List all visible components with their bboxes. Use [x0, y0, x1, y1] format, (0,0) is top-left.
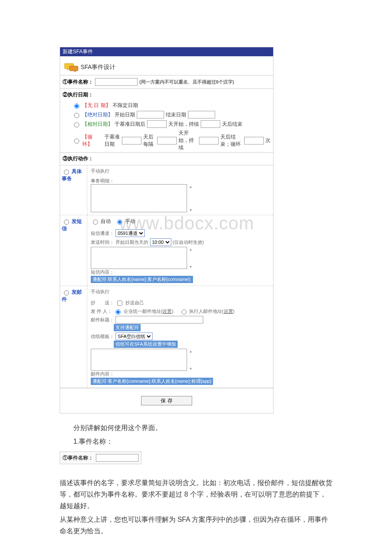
date-rel-t1: 于基准日期后 [115, 121, 145, 128]
sms-channel-select[interactable]: 0591通道 [115, 229, 145, 237]
date-loop-t5: 次 [265, 137, 271, 144]
date-rel-radio[interactable] [74, 122, 79, 127]
event-name-hint: (同一方案内不可以重名、且不得超过8个汉字) [139, 79, 234, 85]
mail-sender-corp-radio[interactable] [115, 309, 121, 315]
design-title: SFA事件设计 [81, 64, 115, 71]
mail-manual: 手动执行 [91, 289, 270, 295]
date-loop-t2: 天后每隔 [143, 133, 156, 148]
date-none-radio[interactable] [74, 104, 79, 109]
date-abs-end-input[interactable] [188, 111, 215, 119]
date-loop-tag: 【循 环】 [82, 133, 103, 148]
sms-manual-radio[interactable] [117, 220, 122, 225]
date-abs-radio[interactable] [74, 113, 79, 118]
event-name-label: ①事件名称： [63, 78, 93, 86]
mail-tpl-hint: 信纸可在SFA系统设置中增加 [114, 341, 178, 348]
doc-body: 分别讲解如何使用这个界面。 1.事件名称： ①事件名称： 描述该事件的名字，要求… [60, 422, 332, 537]
exec-date-heading: ②执行日期： [60, 88, 273, 101]
mail-sender-exec-radio[interactable] [182, 309, 187, 315]
sms-time-text2: (仅自动时生效) [173, 240, 204, 245]
mail-subject-input[interactable] [115, 316, 203, 324]
action-mail-radio[interactable] [64, 290, 69, 295]
date-rel-dur-input[interactable] [201, 120, 220, 128]
action-sms-radio[interactable] [64, 220, 69, 225]
task-detail-label: 事务明细： [91, 178, 270, 184]
date-loop-i2[interactable] [157, 137, 177, 145]
mini-event-name-label: ①事件名称： [63, 454, 93, 462]
sms-time-text1: 开始日期当天的 [115, 240, 148, 245]
mail-sender-corp-close: ) [172, 309, 173, 314]
task-manual: 手动执行 [91, 168, 270, 174]
mail-cc-label: 抄 送： [91, 300, 114, 305]
doc-p2: 描述该事件的名字，要求尽量简短并说明含义。比如：初次电话，报价邮件，短信提醒收货… [60, 477, 332, 512]
mail-sender-corp-text: 企业统一邮件地址( [124, 309, 163, 314]
scrollbar-icon: ▴▾ [187, 184, 194, 212]
date-rel-t3: 天后结束 [222, 121, 242, 128]
sms-content-label: 短信内容： [91, 269, 114, 275]
date-loop-i4[interactable] [244, 137, 264, 145]
mail-sender-exec-text: 执行人邮件地址( [189, 309, 224, 314]
date-none-tag: 【无 日 期】 [82, 102, 111, 109]
date-abs-tag: 【绝对日期】 [82, 111, 113, 119]
doc-h1: 1.事件名称： [60, 436, 332, 447]
mail-content-label: 邮件内容： [91, 371, 114, 376]
doc-p1: 分别讲解如何使用这个界面。 [60, 422, 332, 434]
sms-wildcard-hint: 通配符:联系人姓名{name};客户名称{comname}; [91, 276, 193, 283]
sms-auto-radio[interactable] [93, 220, 98, 225]
mail-sender-exec-link[interactable]: 设置 [224, 309, 233, 314]
date-abs-start: 开始日期 [115, 111, 135, 119]
date-loop-t4: 天后结束；循环 [220, 133, 242, 148]
date-abs-start-input[interactable] [137, 111, 164, 119]
doc-p3: 从某种意义上讲，您也可以事件理解为 SFA 方案序列中的步骤，但因为存在循环，用… [60, 514, 332, 537]
action-task-radio[interactable] [64, 170, 69, 175]
date-loop-i1[interactable] [122, 137, 141, 145]
date-abs-end: 结束日期 [166, 111, 186, 119]
mail-tpl-label: 信纸模板： [91, 334, 114, 339]
sms-manual-label: 手动 [125, 218, 135, 224]
date-loop-t1: 于基准日期 [104, 133, 120, 148]
date-rel-tag: 【相对日期】 [82, 121, 113, 128]
mail-cc-self-label: 抄送自己 [125, 300, 144, 305]
date-loop-t3: 天开始，持续 [179, 130, 197, 151]
event-name-input[interactable] [95, 78, 138, 86]
scrollbar-icon: ▴▾ [187, 349, 194, 371]
date-rel-after-input[interactable] [147, 120, 167, 128]
mini-event-name-panel: ①事件名称： [60, 451, 141, 464]
sms-channel-label: 短信通道： [91, 231, 114, 236]
task-detail-textarea[interactable] [91, 184, 187, 212]
date-none-text: 不限定日期 [112, 102, 138, 109]
save-button[interactable]: 保 存 [141, 396, 192, 405]
mail-tpl-select[interactable]: SFA空白信纸 [115, 332, 153, 340]
sms-time-label: 发送时间： [91, 240, 114, 245]
mail-sender-exec-close: ) [233, 309, 235, 314]
date-loop-i3[interactable] [199, 137, 219, 145]
scrollbar-icon: ▴▾ [187, 247, 194, 269]
mail-subject-label: 邮件标题： [91, 317, 114, 322]
sms-auto-label: 自动 [101, 218, 111, 224]
date-loop-radio[interactable] [74, 139, 79, 144]
sms-time-select[interactable]: 10:00 [150, 238, 171, 246]
mail-wildcard-hint: 通配符:客户名称{comname};联系人姓名{name};称谓{app} [91, 378, 213, 385]
exec-action-heading: ③执行动作： [60, 152, 273, 165]
date-rel-t2: 天开始，持续 [168, 121, 199, 128]
panel-title: 新建SFA事件 [60, 47, 273, 56]
mini-event-name-input[interactable] [96, 454, 138, 462]
form-panel: 新建SFA事件 SFA事件设计 ①事件名称： (同一方案内不可以重名、且不得超过… [60, 47, 274, 413]
mail-wildcard-support: 支持通配符 [114, 324, 141, 331]
mail-content-textarea[interactable] [91, 349, 187, 371]
mail-sender-corp-link[interactable]: 设置 [162, 309, 172, 314]
sms-content-textarea[interactable] [91, 247, 187, 269]
mail-cc-self-checkbox[interactable] [117, 301, 122, 306]
chat-bubbles-icon [64, 62, 78, 72]
mail-sender-label: 发 件 人： [91, 309, 112, 314]
